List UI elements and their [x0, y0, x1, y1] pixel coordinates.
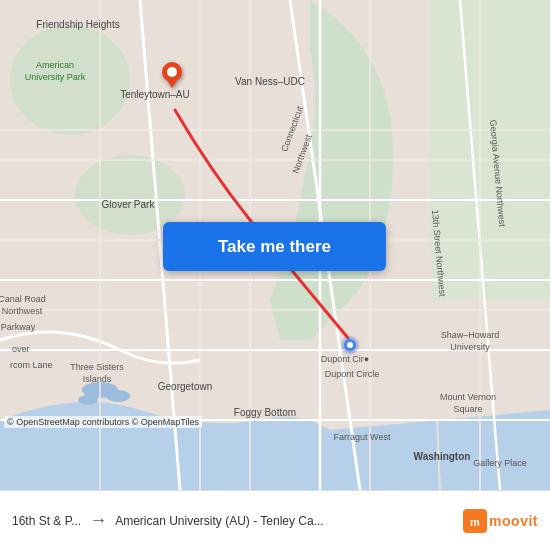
bottom-bar: 16th St & P... → American University (AU…: [0, 490, 550, 550]
svg-text:Dupont Circle: Dupont Circle: [325, 369, 380, 379]
svg-text:Three Sisters: Three Sisters: [70, 362, 124, 372]
svg-text:Farragut West: Farragut West: [334, 432, 391, 442]
svg-text:American: American: [36, 60, 74, 70]
take-me-there-button[interactable]: Take me there: [163, 222, 386, 271]
moovit-icon: m: [463, 509, 487, 533]
svg-point-58: [347, 342, 353, 348]
svg-text:Glover Park: Glover Park: [102, 199, 156, 210]
svg-point-5: [106, 390, 130, 402]
svg-text:over: over: [12, 344, 30, 354]
svg-text:rcom Lane: rcom Lane: [10, 360, 53, 370]
svg-text:Foggy Bottom: Foggy Bottom: [234, 407, 296, 418]
svg-text:m: m: [470, 516, 480, 528]
svg-text:Parkway: Parkway: [1, 322, 36, 332]
svg-text:Georgetown: Georgetown: [158, 381, 212, 392]
direction-arrow-icon: →: [89, 510, 107, 531]
svg-text:Shaw–Howard: Shaw–Howard: [441, 330, 500, 340]
map-attribution: © OpenStreetMap contributors © OpenMapTi…: [4, 416, 202, 428]
svg-text:Square: Square: [453, 404, 482, 414]
moovit-brand-text: moovit: [489, 513, 538, 529]
svg-text:Islands: Islands: [83, 374, 112, 384]
to-stop-label: American University (AU) - Tenley Ca...: [115, 514, 455, 528]
svg-point-55: [167, 67, 177, 77]
svg-text:Friendship Heights: Friendship Heights: [36, 19, 119, 30]
moovit-logo: m moovit: [463, 509, 538, 533]
svg-text:Gallery Place: Gallery Place: [473, 458, 527, 468]
take-me-there-label: Take me there: [218, 237, 331, 257]
svg-text:Washington: Washington: [414, 451, 471, 462]
map-container: Friendship Heights American University P…: [0, 0, 550, 490]
from-stop-label: 16th St & P...: [12, 514, 81, 528]
svg-text:Mount Vernon: Mount Vernon: [440, 392, 496, 402]
svg-text:Canal Road: Canal Road: [0, 294, 46, 304]
svg-text:University Park: University Park: [25, 72, 86, 82]
svg-text:Tenleytown–AU: Tenleytown–AU: [120, 89, 189, 100]
svg-point-6: [78, 395, 98, 405]
svg-text:Van Ness–UDC: Van Ness–UDC: [235, 76, 305, 87]
svg-text:Northwest: Northwest: [2, 306, 43, 316]
svg-text:Dupont Cir●: Dupont Cir●: [321, 354, 369, 364]
svg-rect-2: [430, 0, 550, 300]
svg-text:University: University: [450, 342, 490, 352]
